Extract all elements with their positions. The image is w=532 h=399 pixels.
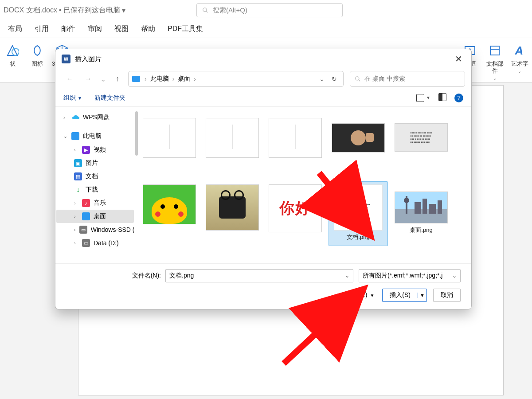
ribbon-shapes-button[interactable]: 状 (2, 43, 23, 67)
chevron-down-icon[interactable]: ⌄ (452, 273, 457, 279)
breadcrumb[interactable]: › 此电脑 › 桌面 › ⌄ ↻ (128, 71, 344, 87)
chevron-right-icon: › (74, 214, 78, 219)
insert-button[interactable]: 插入(S) ▼ (382, 289, 427, 302)
tree-item-music[interactable]: ›♪音乐 (56, 196, 134, 210)
file-item[interactable] (266, 115, 325, 180)
video-icon: ▶ (82, 146, 90, 154)
tree-item-drive-d[interactable]: ›▭Data (D:) (56, 236, 134, 250)
preview-pane-button[interactable] (438, 93, 446, 102)
chevron-down-icon: ▼ (78, 96, 82, 101)
svg-rect-6 (490, 46, 499, 55)
file-thumbnail (332, 123, 385, 153)
tree-item-drive-c[interactable]: ›▭Windows-SSD ( (56, 223, 134, 236)
file-item[interactable] (140, 181, 199, 246)
ribbon-tab[interactable]: 视图 (108, 24, 135, 34)
breadcrumb-item[interactable]: 桌面 (176, 75, 192, 83)
scrollbar-handle[interactable] (135, 111, 138, 156)
file-thumbnail (143, 184, 196, 224)
refresh-button[interactable]: ↻ (329, 75, 340, 82)
cancel-button[interactable]: 取消 (433, 289, 461, 302)
dialog-titlebar: W 插入图片 ✕ (55, 49, 471, 69)
breadcrumb-item[interactable]: 此电脑 (149, 75, 171, 83)
drive-icon: ▭ (79, 226, 87, 234)
ribbon-wordart-button[interactable]: A 艺术字⌄ (509, 43, 530, 75)
ribbon-tab[interactable]: 引用 (28, 24, 55, 34)
file-name-label: 桌面.png (394, 226, 449, 234)
nav-back-button[interactable]: ← (62, 72, 78, 86)
ribbon-tab[interactable]: 审阅 (82, 24, 108, 34)
ribbon-tab[interactable]: 邮件 (55, 24, 82, 34)
tree-item-downloads[interactable]: ↓下载 (56, 183, 134, 196)
organize-menu[interactable]: 组织 ▼ (63, 94, 82, 102)
ribbon-tab[interactable]: 帮助 (135, 24, 161, 34)
chevron-right-icon: › (171, 75, 176, 82)
breadcrumb-dropdown-icon[interactable]: ⌄ (315, 75, 329, 82)
dialog-toolbar: 组织 ▼ 新建文件夹 ▼ ? (55, 89, 471, 107)
help-button[interactable]: ? (454, 94, 463, 102)
dialog-title: 插入图片 (75, 55, 102, 63)
file-item[interactable] (140, 115, 199, 180)
insert-split-dropdown[interactable]: ▼ (418, 293, 426, 298)
folder-tree: ›WPS网盘 ⌄此电脑 ›▶视频 ▣图片 ▤文档 ↓下载 ›♪音乐 ›桌面 ›▭… (55, 107, 135, 263)
drive-icon: ▭ (82, 239, 90, 247)
file-item[interactable]: 你好 (266, 181, 325, 246)
tools-menu[interactable]: 工具(L) ▼ (345, 291, 376, 299)
file-item[interactable] (203, 115, 262, 180)
shapes-icon (4, 43, 20, 59)
filename-input[interactable]: 文档.png ⌄ (165, 269, 353, 282)
nav-forward-button[interactable]: → (80, 72, 96, 86)
view-icon (416, 94, 424, 102)
close-button[interactable]: ✕ (452, 54, 465, 64)
svg-point-9 (356, 77, 359, 80)
filename-label: 文件名(N): (66, 272, 165, 280)
tree-item-pictures[interactable]: ▣图片 (56, 156, 134, 170)
document-icon: ▤ (74, 172, 82, 180)
chevron-down-icon: ▼ (426, 95, 430, 100)
ribbon-tab[interactable]: PDF工具集 (161, 24, 209, 34)
parts-icon (487, 43, 503, 59)
file-item[interactable]: ■■■■■ ■■■ ■■■ ■■■■■■ ■■■■ ■■ ■■■■■■■■■ ■… (391, 115, 451, 180)
dialog-nav: ← → ⌄ ↑ › 此电脑 › 桌面 › ⌄ ↻ 在 桌面 中搜索 (55, 69, 471, 89)
ribbon-docparts-button[interactable]: 文档部件⌄ (484, 43, 505, 82)
chevron-right-icon: › (63, 115, 68, 120)
file-thumbnail (206, 184, 259, 231)
chevron-right-icon: › (74, 240, 78, 246)
nav-up-button[interactable]: ↑ (110, 72, 125, 86)
ribbon-tab[interactable]: 布局 (2, 24, 28, 34)
ribbon-icons-button[interactable]: 图标 (27, 43, 48, 67)
new-folder-button[interactable]: 新建文件夹 (94, 94, 125, 102)
file-name-label: 文档.png (331, 233, 386, 241)
save-state-caret-icon[interactable]: ▾ (122, 6, 125, 15)
svg-text:A: A (515, 44, 524, 57)
file-item[interactable] (329, 115, 388, 180)
chevron-right-icon: › (74, 147, 78, 153)
filetype-filter[interactable]: 所有图片(*.emf;*.wmf;*.jpg;*.j ⌄ (359, 269, 461, 282)
wordart-icon: A (512, 43, 528, 59)
tree-item-videos[interactable]: ›▶视频 (56, 143, 134, 156)
app-search-placeholder: 搜索(Alt+Q) (213, 6, 247, 15)
chevron-down-icon: ▼ (370, 293, 374, 298)
app-search-input[interactable]: 搜索(Alt+Q) (196, 3, 343, 17)
chevron-right-icon: › (192, 75, 198, 82)
tree-item-desktop[interactable]: ›桌面 (56, 210, 134, 223)
filter-value: 所有图片(*.emf;*.wmf;*.jpg;*.j (363, 272, 442, 280)
svg-point-0 (203, 8, 207, 12)
location-search-input[interactable]: 在 桌面 中搜索 (350, 71, 465, 87)
search-icon (202, 7, 208, 13)
file-thumbnail (269, 118, 322, 158)
file-item[interactable]: 桌面.png (391, 181, 451, 246)
tree-item-thispc[interactable]: ⌄此电脑 (56, 129, 134, 143)
chevron-down-icon: ⌄ (493, 76, 497, 81)
chevron-down-icon[interactable]: ⌄ (345, 273, 349, 279)
file-item[interactable] (203, 181, 262, 246)
insert-picture-dialog: W 插入图片 ✕ ← → ⌄ ↑ › 此电脑 › 桌面 › ⌄ ↻ 在 桌面 中… (55, 49, 472, 309)
tree-item-documents[interactable]: ▤文档 (56, 170, 134, 183)
svg-line-1 (206, 11, 208, 13)
tree-item-wpscloud[interactable]: ›WPS网盘 (56, 110, 134, 125)
file-thumbnail: ■■■■■ ■■■ ■■■ ■■■■■■ ■■■■ ■■ ■■■■■■■■■ ■… (395, 123, 448, 152)
file-grid[interactable]: ■■■■■ ■■■ ■■■ ■■■■■■ ■■■■ ■■ ■■■■■■■■■ ■… (135, 107, 471, 263)
view-mode-button[interactable]: ▼ (416, 94, 430, 102)
nav-history-caret-icon[interactable]: ⌄ (99, 72, 107, 86)
preview-pane-icon (438, 93, 446, 101)
file-item-selected[interactable]: ■■■■■(Ctrl+V)■■■■■■■1. ■■■■■■■■■■■■■■2. … (329, 181, 388, 246)
